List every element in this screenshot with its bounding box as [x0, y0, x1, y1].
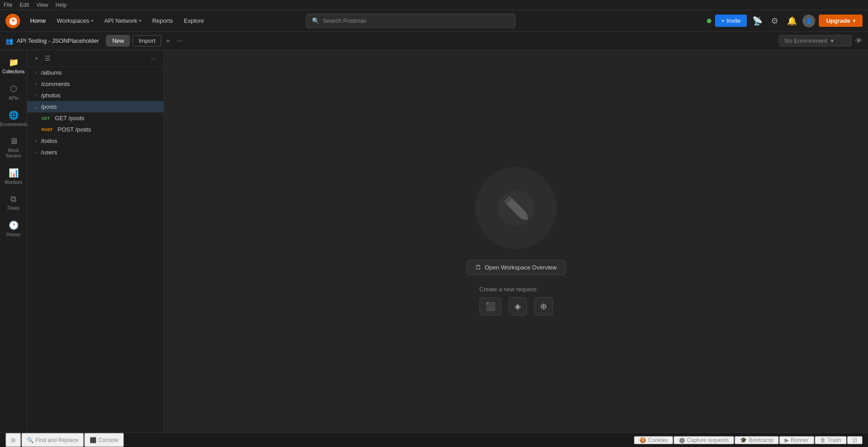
tree-item-photos[interactable]: › /photos	[27, 90, 163, 101]
method-badge-get: GET	[40, 116, 51, 121]
satellite-icon-button[interactable]: 📡	[751, 14, 764, 28]
sidebar-item-history[interactable]: 🕐 History	[1, 217, 26, 241]
sidebar-item-label: History	[6, 232, 20, 238]
header-right-actions: + Invite 📡 ⚙ 🔔 👤 Upgrade ▾	[707, 14, 863, 28]
menu-edit[interactable]: Edit	[20, 2, 29, 8]
add-collection-button[interactable]: +	[33, 54, 40, 63]
workspace-icon: 👥	[5, 37, 13, 45]
main-layout: 📁 Collections ⬡ APIs 🌐 Environments 🖥 Mo…	[0, 50, 868, 432]
add-tab-button[interactable]: +	[164, 35, 172, 47]
search-placeholder: Search Postman	[323, 17, 367, 24]
menu-help[interactable]: Help	[56, 2, 67, 8]
bootcamp-button[interactable]: 🎓 Bootcamp	[735, 436, 779, 444]
tree-item-label: /users	[41, 149, 57, 156]
tree-item-label: /photos	[41, 92, 61, 99]
tree-item-label: GET /posts	[55, 115, 85, 122]
sidebar-item-monitors[interactable]: 📊 Monitors	[1, 164, 26, 189]
toggle-env-view-button[interactable]: 👁	[855, 37, 863, 45]
environment-selector[interactable]: No Environment ▾	[779, 35, 852, 46]
collections-icon: 📁	[9, 57, 19, 67]
env-label: No Environment	[785, 37, 827, 44]
console-button[interactable]: ⬛ Console	[84, 433, 124, 447]
capture-requests-button[interactable]: ⬤ Capture requests	[674, 436, 734, 444]
nav-reports[interactable]: Reports	[148, 15, 178, 26]
sidebar-item-label: Mock Servers	[3, 148, 25, 159]
avatar[interactable]: 👤	[802, 15, 815, 27]
menu-file[interactable]: File	[4, 2, 12, 8]
pencil-icon	[495, 188, 536, 229]
create-graphql-request-button[interactable]: ◈	[509, 297, 527, 315]
console-icon: ⬛	[90, 437, 97, 443]
tree-item-posts[interactable]: ⌄ /posts	[27, 101, 163, 112]
runner-button[interactable]: ▶ Runner	[779, 436, 814, 444]
create-grpc-request-button[interactable]: ⊕	[534, 297, 553, 315]
create-http-request-button[interactable]: ⬛	[480, 297, 501, 315]
find-replace-icon: 🔍	[27, 437, 34, 443]
more-options-button[interactable]: ···	[175, 35, 184, 47]
filter-button[interactable]: ☰	[43, 54, 52, 63]
nav-workspaces[interactable]: Workspaces ▾	[52, 15, 98, 26]
collections-tree: › /albums › /comments › /photos ⌄ /posts…	[27, 67, 163, 432]
new-button[interactable]: New	[106, 35, 130, 46]
workspace-name: API Testing - JSONPlaceholder	[17, 37, 99, 44]
runner-icon: ▶	[785, 437, 789, 443]
sidebar-item-collections[interactable]: 📁 Collections	[1, 54, 26, 78]
upgrade-button[interactable]: Upgrade ▾	[819, 15, 863, 27]
main-content-area: 🗒 Open Workspace Overview Create a new r…	[164, 50, 868, 432]
nav-explore[interactable]: Explore	[179, 15, 209, 26]
bottom-right-actions: 🍪 Cookies ⬤ Capture requests 🎓 Bootcamp …	[634, 436, 863, 444]
tree-item-todos[interactable]: › /todos	[27, 135, 163, 147]
tree-item-label: /comments	[41, 81, 70, 87]
chevron-down-icon: ▾	[139, 18, 141, 23]
menu-view[interactable]: View	[36, 2, 48, 8]
postman-logo[interactable]	[5, 14, 20, 28]
main-header: Home Workspaces ▾ API Network ▾ Reports …	[0, 10, 868, 32]
method-badge-post: POST	[40, 127, 54, 132]
open-workspace-overview-button[interactable]: 🗒 Open Workspace Overview	[467, 260, 566, 275]
chevron-right-icon: ›	[33, 70, 39, 75]
tree-item-get-posts[interactable]: GET GET /posts	[27, 112, 163, 124]
sidebar-item-apis[interactable]: ⬡ APIs	[1, 80, 26, 105]
invite-button[interactable]: + Invite	[715, 15, 747, 27]
collections-panel: + ☰ ··· › /albums › /comments › /photos	[27, 50, 164, 432]
cookies-button[interactable]: 🍪 Cookies	[634, 436, 673, 444]
workspace-bar: 👥 API Testing - JSONPlaceholder New Impo…	[0, 32, 868, 50]
environments-icon: 🌐	[9, 110, 19, 120]
layout-icon: ⊞	[11, 437, 15, 443]
find-replace-button[interactable]: 🔍 Find and Replace	[21, 433, 84, 447]
nav-home[interactable]: Home	[26, 15, 51, 26]
tree-item-comments[interactable]: › /comments	[27, 78, 163, 90]
tree-item-albums[interactable]: › /albums	[27, 67, 163, 78]
cookies-icon: 🍪	[639, 437, 646, 443]
bootcamp-icon: 🎓	[740, 437, 747, 443]
tree-item-users[interactable]: › /users	[27, 147, 163, 158]
sidebar-item-label: Collections	[2, 69, 25, 75]
flows-icon: ⧉	[10, 194, 16, 204]
panel-more-button[interactable]: ···	[149, 54, 158, 63]
tree-item-label: /posts	[41, 103, 57, 110]
top-menu-bar: File Edit View Help	[0, 0, 868, 10]
monitors-icon: 📊	[9, 168, 19, 178]
expand-layout-button[interactable]: ⊡	[847, 436, 863, 444]
trash-label: Trash	[827, 437, 841, 443]
find-replace-label: Find and Replace	[36, 437, 78, 443]
overview-icon: 🗒	[475, 264, 481, 271]
tree-item-label: POST /posts	[58, 126, 91, 133]
create-request-section: Create a new request: ⬛ ◈ ⊕	[480, 286, 553, 315]
settings-button[interactable]: ⚙	[768, 14, 781, 28]
sidebar-item-mock-servers[interactable]: 🖥 Mock Servers	[1, 133, 26, 163]
notifications-button[interactable]: 🔔	[785, 14, 799, 28]
search-icon: 🔍	[312, 17, 319, 24]
search-bar[interactable]: 🔍 Search Postman	[306, 14, 516, 28]
sidebar-item-environments[interactable]: 🌐 Environments	[1, 107, 26, 131]
bottom-bar: ⊞ 🔍 Find and Replace ⬛ Console 🍪 Cookies…	[0, 432, 868, 447]
bootcamp-label: Bootcamp	[749, 437, 773, 443]
tree-item-post-posts[interactable]: POST POST /posts	[27, 124, 163, 135]
mock-servers-icon: 🖥	[10, 137, 18, 146]
layout-toggle-button[interactable]: ⊞	[5, 433, 21, 447]
nav-api-network[interactable]: API Network ▾	[100, 15, 146, 26]
trash-button[interactable]: 🗑 Trash	[815, 436, 847, 444]
sidebar-item-flows[interactable]: ⧉ Flows	[1, 191, 26, 215]
tree-item-label: /todos	[41, 137, 57, 144]
import-button[interactable]: Import	[133, 35, 161, 46]
